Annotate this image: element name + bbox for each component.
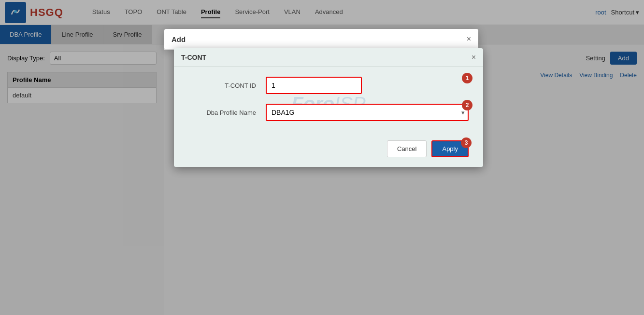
dialog-actions: Cancel Apply 3	[174, 140, 483, 157]
inner-dialog-title: T-CONT	[181, 54, 206, 61]
outer-dialog-header: Add ×	[164, 29, 478, 50]
inner-tcont-dialog: T-CONT × ForoISP T-CONT ID 1 Dba Profile…	[174, 48, 483, 167]
inner-dialog-close-button[interactable]: ×	[472, 53, 476, 62]
tcont-id-label: T-CONT ID	[188, 82, 266, 89]
outer-add-dialog: Add ×	[164, 29, 478, 50]
badge-3: 3	[461, 137, 472, 148]
tcont-id-row: T-CONT ID 1	[188, 77, 469, 94]
dba-profile-label: Dba Profile Name	[188, 109, 266, 116]
outer-dialog-close-button[interactable]: ×	[467, 35, 471, 43]
badge-2: 2	[462, 100, 472, 110]
cancel-button[interactable]: Cancel	[387, 140, 427, 157]
badge-1: 1	[462, 73, 472, 83]
inner-dialog-header: T-CONT ×	[174, 48, 483, 67]
dba-profile-select[interactable]: DBA1G	[266, 104, 469, 121]
tcont-id-input[interactable]	[266, 77, 362, 94]
outer-dialog-title: Add	[172, 35, 186, 43]
apply-button[interactable]: Apply 3	[431, 140, 469, 157]
inner-dialog-body: ForoISP T-CONT ID 1 Dba Profile Name DBA…	[174, 67, 483, 140]
dba-profile-row: Dba Profile Name DBA1G ▾ 2	[188, 104, 469, 121]
